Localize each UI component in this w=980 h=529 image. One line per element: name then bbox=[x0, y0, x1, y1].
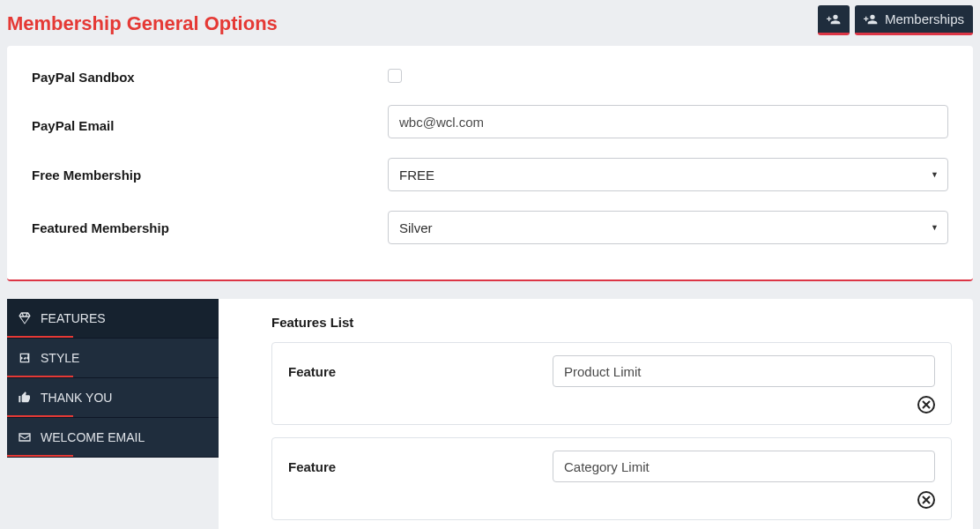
memberships-button[interactable]: Memberships bbox=[855, 5, 973, 35]
tab-welcome-email-label: WELCOME EMAIL bbox=[41, 430, 145, 444]
paypal-sandbox-label: PayPal Sandbox bbox=[32, 70, 388, 85]
tab-features[interactable]: FEATURES bbox=[7, 299, 219, 339]
user-plus-icon bbox=[864, 12, 878, 26]
memberships-button-label: Memberships bbox=[885, 11, 964, 26]
delete-feature-button[interactable] bbox=[917, 396, 935, 414]
close-icon bbox=[922, 400, 931, 409]
feature-input[interactable] bbox=[553, 451, 935, 482]
features-panel: Features List Feature Feature bbox=[219, 299, 973, 529]
thumbs-up-icon bbox=[18, 391, 32, 405]
tab-welcome-email[interactable]: WELCOME EMAIL bbox=[7, 418, 219, 458]
tab-thank-you-label: THANK YOU bbox=[41, 391, 112, 405]
envelope-icon bbox=[18, 430, 32, 444]
user-plus-icon bbox=[827, 12, 841, 26]
feature-input[interactable] bbox=[553, 355, 935, 387]
feature-label: Feature bbox=[288, 459, 535, 474]
tabs-sidebar: FEATURES STYLE THANK YOU WELCOME EMAIL bbox=[7, 299, 219, 529]
featured-membership-select[interactable]: Silver bbox=[388, 211, 948, 244]
paypal-email-label: PayPal Email bbox=[32, 111, 388, 133]
free-membership-value: FREE bbox=[399, 168, 434, 183]
delete-feature-button[interactable] bbox=[917, 491, 935, 509]
paypal-sandbox-checkbox[interactable] bbox=[388, 69, 402, 83]
feature-card: Feature bbox=[271, 342, 952, 425]
feature-label: Feature bbox=[288, 364, 535, 379]
image-icon bbox=[18, 351, 32, 365]
paypal-email-input[interactable] bbox=[388, 105, 948, 138]
free-membership-select[interactable]: FREE bbox=[388, 158, 948, 191]
tab-features-label: FEATURES bbox=[41, 311, 106, 325]
feature-card: Feature bbox=[271, 437, 952, 520]
tab-style-label: STYLE bbox=[41, 351, 79, 365]
featured-membership-label: Featured Membership bbox=[32, 220, 388, 235]
diamond-icon bbox=[18, 311, 32, 325]
add-member-button[interactable] bbox=[818, 5, 850, 35]
tab-thank-you[interactable]: THANK YOU bbox=[7, 378, 219, 418]
free-membership-label: Free Membership bbox=[32, 168, 388, 183]
features-list-title: Features List bbox=[271, 315, 952, 330]
general-options-card: PayPal Sandbox PayPal Email Free Members… bbox=[7, 46, 973, 281]
close-icon bbox=[922, 495, 931, 504]
page-title: Membership General Options bbox=[7, 5, 278, 35]
tab-style[interactable]: STYLE bbox=[7, 339, 219, 378]
featured-membership-value: Silver bbox=[399, 220, 433, 235]
